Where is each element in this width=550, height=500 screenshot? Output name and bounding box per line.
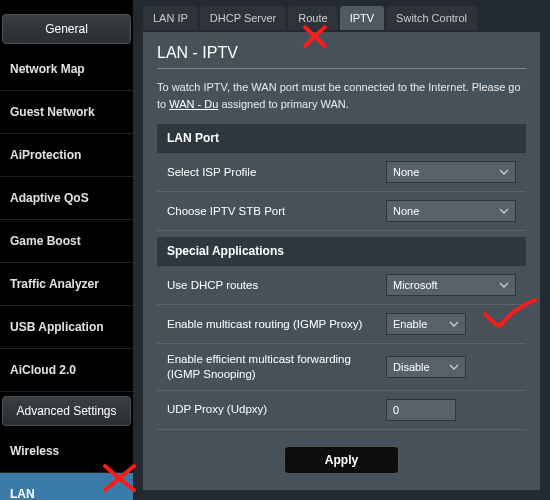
row-igmp-proxy: Enable multicast routing (IGMP Proxy) En…: [157, 305, 526, 344]
sidebar-item-wireless[interactable]: Wireless: [0, 430, 133, 473]
apply-button[interactable]: Apply: [284, 446, 399, 474]
label-dhcp-routes: Use DHCP routes: [167, 278, 386, 293]
row-isp-profile: Select ISP Profile None: [157, 153, 526, 192]
sidebar: General Network Map Guest Network AiProt…: [0, 0, 133, 500]
sidebar-item-traffic-analyzer[interactable]: Traffic Analyzer: [0, 263, 133, 306]
section-lan-port: LAN Port: [157, 124, 526, 153]
row-udpxy: UDP Proxy (Udpxy): [157, 391, 526, 430]
main-content: LAN IP DHCP Server Route IPTV Switch Con…: [133, 0, 550, 500]
sidebar-item-guest-network[interactable]: Guest Network: [0, 91, 133, 134]
row-dhcp-routes: Use DHCP routes Microsoft: [157, 266, 526, 305]
label-isp-profile: Select ISP Profile: [167, 165, 386, 180]
sidebar-section-advanced: Advanced Settings: [2, 396, 131, 426]
desc-text-suffix: assigned to primary WAN.: [221, 98, 348, 110]
input-udpxy[interactable]: [386, 399, 456, 421]
tab-dhcp-server[interactable]: DHCP Server: [200, 6, 286, 30]
sidebar-item-aicloud[interactable]: AiCloud 2.0: [0, 349, 133, 392]
tabs: LAN IP DHCP Server Route IPTV Switch Con…: [143, 0, 540, 30]
panel: LAN - IPTV To watch IPTV, the WAN port m…: [143, 32, 540, 490]
sidebar-item-usb-application[interactable]: USB Application: [0, 306, 133, 349]
select-dhcp-routes[interactable]: Microsoft: [386, 274, 516, 296]
select-stb-port[interactable]: None: [386, 200, 516, 222]
label-udpxy: UDP Proxy (Udpxy): [167, 402, 386, 417]
tab-route[interactable]: Route: [288, 6, 337, 30]
sidebar-section-general: General: [2, 14, 131, 44]
sidebar-item-network-map[interactable]: Network Map: [0, 48, 133, 91]
select-igmp-proxy[interactable]: Enable: [386, 313, 466, 335]
select-igmp-snooping[interactable]: Disable: [386, 356, 466, 378]
sidebar-item-game-boost[interactable]: Game Boost: [0, 220, 133, 263]
row-stb-port: Choose IPTV STB Port None: [157, 192, 526, 231]
panel-description: To watch IPTV, the WAN port must be conn…: [157, 79, 526, 112]
tab-lan-ip[interactable]: LAN IP: [143, 6, 198, 30]
row-igmp-snooping: Enable efficient multicast forwarding (I…: [157, 344, 526, 391]
label-stb-port: Choose IPTV STB Port: [167, 204, 386, 219]
wan-link[interactable]: WAN - Du: [169, 98, 218, 110]
section-special-apps: Special Applications: [157, 237, 526, 266]
sidebar-item-aiprotection[interactable]: AiProtection: [0, 134, 133, 177]
sidebar-item-adaptive-qos[interactable]: Adaptive QoS: [0, 177, 133, 220]
divider: [157, 68, 526, 69]
tab-iptv[interactable]: IPTV: [340, 6, 384, 30]
select-isp-profile[interactable]: None: [386, 161, 516, 183]
label-igmp-proxy: Enable multicast routing (IGMP Proxy): [167, 317, 386, 332]
page-title: LAN - IPTV: [157, 44, 526, 62]
sidebar-item-lan[interactable]: LAN: [0, 473, 133, 500]
label-igmp-snooping: Enable efficient multicast forwarding (I…: [167, 352, 386, 382]
tab-switch-control[interactable]: Switch Control: [386, 6, 477, 30]
